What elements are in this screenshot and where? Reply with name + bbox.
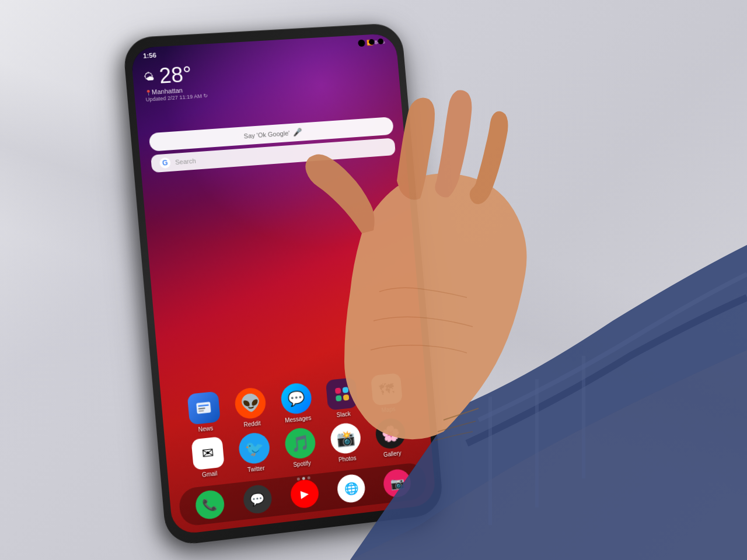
app-gmail[interactable]: ✉ Gmail — [187, 436, 229, 480]
app-news[interactable]: News — [183, 391, 225, 434]
app-photos-label: Photos — [338, 455, 357, 463]
google-search-text: Search — [175, 158, 196, 166]
weather-widget[interactable]: 🌤 28° Manhattan Updated 2/27 11:19 AM ↻ — [143, 63, 208, 103]
app-slack[interactable]: Slack — [322, 377, 362, 419]
chrome-icon: 🌐 — [344, 481, 359, 496]
phone-device: 1:56 🔇 📶 84% 🌤 28° Manhattan Updated 2/2… — [122, 22, 444, 547]
dock-youtube[interactable]: ▶ — [289, 478, 320, 509]
app-spotify[interactable]: 🎵 Spotify — [280, 426, 321, 470]
dock-phone[interactable]: 📞 — [194, 489, 225, 520]
app-photos[interactable]: 📸 Photos — [326, 421, 366, 464]
app-gmail-label: Gmail — [202, 470, 218, 478]
voice-search-placeholder: Say 'Ok Google' — [243, 130, 289, 139]
weather-temperature: 28° — [158, 64, 193, 87]
app-twitter-label: Twitter — [247, 465, 265, 473]
microphone-icon: 🎤 — [293, 128, 303, 137]
app-gallery[interactable]: 🌸 Gallery — [371, 416, 411, 459]
app-gallery-label: Gallery — [383, 450, 402, 458]
app-spotify-label: Spotify — [293, 460, 311, 468]
app-maps[interactable]: 🗺 Maps — [367, 373, 407, 415]
app-slack-label: Slack — [336, 411, 351, 418]
phone-icon: 📞 — [202, 497, 218, 513]
app-maps-label: Maps — [381, 406, 396, 414]
weather-icon: 🌤 — [143, 71, 155, 83]
dock-chrome[interactable]: 🌐 — [336, 473, 366, 504]
google-logo: G — [159, 158, 171, 169]
dock-messages[interactable]: 💬 — [242, 484, 273, 515]
status-time: 1:56 — [143, 51, 157, 59]
app-reddit[interactable]: 👽 Reddit — [230, 386, 271, 429]
app-messages-label: Messages — [285, 415, 312, 424]
app-twitter[interactable]: 🐦 Twitter — [234, 431, 275, 474]
youtube-icon: ▶ — [300, 487, 309, 501]
app-news-label: News — [198, 425, 213, 433]
camera-icon: 📷 — [390, 475, 405, 491]
phone-body: 1:56 🔇 📶 84% 🌤 28° Manhattan Updated 2/2… — [122, 22, 444, 547]
dock-camera[interactable]: 📷 — [383, 468, 413, 499]
phone-screen: 1:56 🔇 📶 84% 🌤 28° Manhattan Updated 2/2… — [130, 33, 436, 536]
messages2-icon: 💬 — [250, 491, 266, 507]
app-reddit-label: Reddit — [243, 420, 261, 428]
app-messages[interactable]: 💬 Messages — [276, 382, 317, 424]
